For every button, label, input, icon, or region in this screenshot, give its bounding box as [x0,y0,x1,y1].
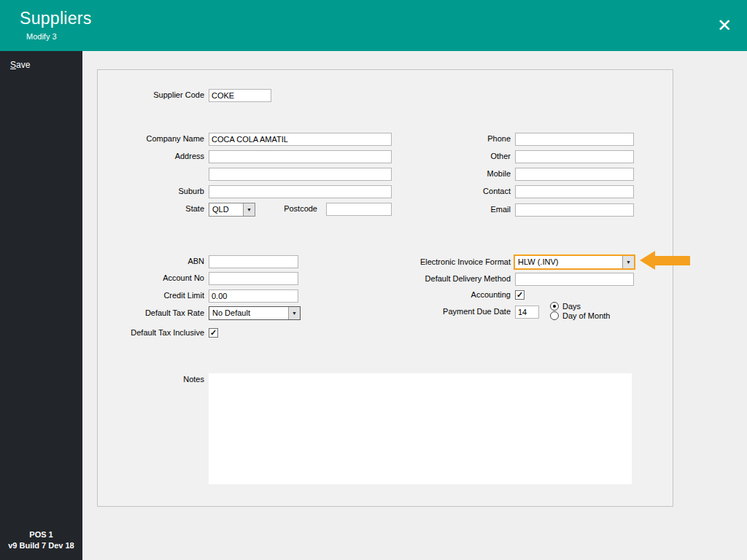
page-subtitle: Modify 3 [26,32,57,41]
default-tax-rate-dropdown[interactable]: No Default ▼ [209,306,301,320]
accounting-label: Accounting [365,289,511,301]
check-icon: ✓ [516,290,523,299]
header-bar: Suppliers Modify 3 ✕ [0,0,747,51]
payment-due-date-label: Payment Due Date [365,306,511,318]
electronic-invoice-format-value: HLW (.INV) [515,256,622,268]
other-label: Other [365,150,511,163]
days-radio[interactable] [550,302,559,311]
mobile-label: Mobile [365,168,511,180]
postcode-label: Postcode [244,203,317,215]
accounting-checkbox[interactable]: ✓ [515,290,525,300]
state-label: State [98,203,204,215]
notes-label: Notes [98,373,204,386]
day-of-month-radio[interactable] [550,311,559,320]
suppliers-window: Suppliers Modify 3 ✕ Save POS 1 v9 Build… [0,0,747,560]
highlight-arrow-icon [640,251,691,271]
other-input[interactable] [515,150,634,163]
mobile-input[interactable] [515,168,634,181]
abn-label: ABN [98,255,204,268]
default-delivery-method-label: Default Delivery Method [365,273,511,285]
supplier-code-label: Supplier Code [98,89,204,101]
address-label: Address [98,150,204,163]
credit-limit-input[interactable] [209,289,298,303]
supplier-form-panel: Supplier Code Company Name Address Subur… [97,69,673,507]
arrow-tail [654,256,690,265]
pos-terminal-label: POS 1 [0,529,82,540]
sidebar-footer: POS 1 v9 Build 7 Dev 18 [0,529,82,551]
check-icon: ✓ [210,328,217,337]
save-accesskey: S [10,60,16,70]
payment-due-date-input[interactable] [515,306,539,319]
account-no-label: Account No [98,272,204,284]
sidebar: Save POS 1 v9 Build 7 Dev 18 [0,51,82,560]
abn-input[interactable] [209,255,298,268]
save-button[interactable]: Save [10,60,30,70]
state-dropdown-value: QLD [209,203,243,216]
supplier-code-input[interactable] [209,89,271,102]
chevron-down-icon[interactable]: ▼ [288,307,300,319]
credit-limit-label: Credit Limit [98,289,204,302]
arrow-head [640,251,655,270]
page-title: Suppliers [20,9,92,28]
days-radio-label: Days [562,301,581,311]
default-delivery-method-input[interactable] [515,273,634,286]
electronic-invoice-format-label: Electronic Invoice Format [365,256,511,268]
close-icon[interactable]: ✕ [712,13,737,38]
account-no-input[interactable] [209,272,298,285]
phone-input[interactable] [515,133,634,146]
contact-input[interactable] [515,185,634,198]
default-tax-inclusive-checkbox[interactable]: ✓ [209,328,218,338]
electronic-invoice-format-dropdown[interactable]: HLW (.INV) ▼ [514,254,635,270]
save-label: ave [16,60,30,70]
phone-label: Phone [365,133,511,145]
notes-textarea[interactable] [209,373,632,484]
default-tax-rate-value: No Default [209,307,288,319]
email-input[interactable] [515,203,634,217]
day-of-month-radio-label: Day of Month [562,311,610,321]
company-name-label: Company Name [98,133,204,145]
default-tax-inclusive-label: Default Tax Inclusive [98,327,204,339]
email-label: Email [365,203,511,216]
suburb-label: Suburb [98,185,204,198]
default-tax-rate-label: Default Tax Rate [98,307,204,319]
chevron-down-icon[interactable]: ▼ [622,256,634,268]
version-label: v9 Build 7 Dev 18 [0,540,82,551]
contact-label: Contact [365,185,511,198]
